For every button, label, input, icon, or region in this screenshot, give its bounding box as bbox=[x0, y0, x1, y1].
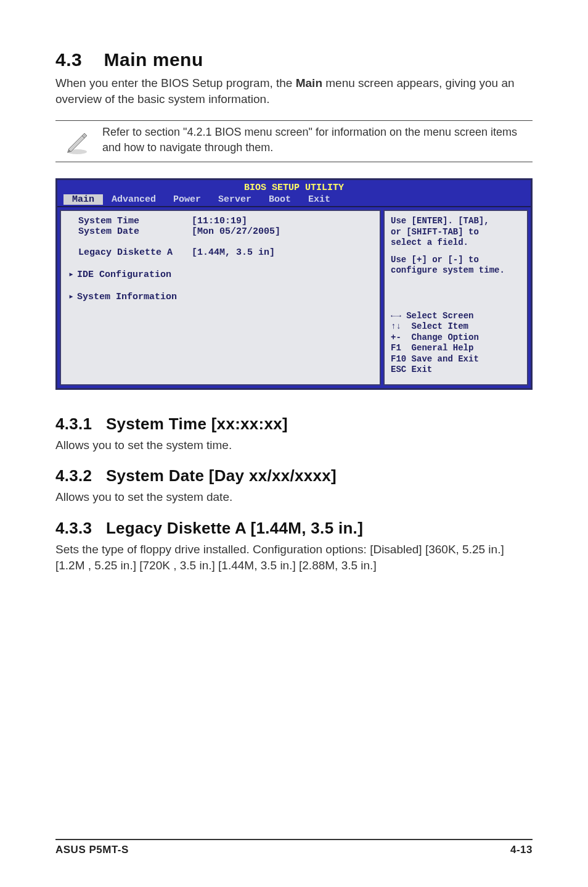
bios-value: [Mon 05/27/2005] bbox=[192, 226, 295, 237]
page-heading: 4.3 Main menu bbox=[55, 49, 533, 70]
bios-row-legacy-diskette[interactable]: Legacy Diskette A[1.44M, 3.5 in] bbox=[70, 247, 295, 258]
bios-label: System Date bbox=[70, 226, 192, 237]
pencil-icon bbox=[55, 125, 99, 155]
bios-tab-main[interactable]: Main bbox=[63, 194, 103, 205]
section-heading-4-3-1: 4.3.1 System Time [xx:xx:xx] bbox=[55, 415, 533, 434]
heading-number: 4.3 bbox=[55, 49, 82, 70]
section-heading-4-3-2: 4.3.2 System Date [Day xx/xx/xxxx] bbox=[55, 466, 533, 485]
bios-key-hints: Select Screen Select Item +- Change Opti… bbox=[391, 311, 521, 376]
bios-row-blank bbox=[70, 258, 295, 268]
lead-bold: Main bbox=[296, 76, 322, 89]
bios-tab-exit[interactable]: Exit bbox=[300, 194, 339, 205]
bios-help-panel: Use [ENTER]. [TAB], or [SHIFT-TAB] to se… bbox=[383, 210, 528, 386]
bios-help-line: Use [+] or [-] to bbox=[391, 255, 521, 266]
bios-row-blank bbox=[70, 237, 295, 247]
bios-tab-server[interactable]: Server bbox=[210, 194, 260, 205]
bios-screenshot: BIOS SETUP UTILITY Main Advanced Power S… bbox=[55, 178, 533, 390]
bios-label: System Information bbox=[70, 291, 192, 302]
lead-paragraph: When you enter the BIOS Setup program, t… bbox=[55, 75, 533, 107]
section-body-4-3-1: Allows you to set the system time. bbox=[55, 437, 533, 453]
bios-help-line: select a field. bbox=[391, 237, 521, 249]
bios-tab-advanced[interactable]: Advanced bbox=[103, 194, 165, 205]
bios-key-line: F1 General Help bbox=[391, 343, 521, 354]
note-block: Refer to section "4.2.1 BIOS menu screen… bbox=[55, 120, 533, 162]
bios-row-system-date[interactable]: System Date[Mon 05/27/2005] bbox=[70, 226, 295, 237]
section-title: System Date [Day xx/xx/xxxx] bbox=[106, 466, 337, 485]
section-number: 4.3.1 bbox=[55, 415, 92, 433]
section-body-4-3-2: Allows you to set the system date. bbox=[55, 489, 533, 505]
section-title: Legacy Diskette A [1.44M, 3.5 in.] bbox=[106, 519, 363, 537]
page-footer: ASUS P5MT-S 4-13 bbox=[55, 839, 533, 856]
bios-row-blank bbox=[70, 280, 295, 291]
bios-label: Legacy Diskette A bbox=[70, 247, 192, 258]
bios-key-line: Select Item bbox=[412, 321, 468, 331]
section-number: 4.3.2 bbox=[55, 466, 92, 485]
bios-row-ide-config[interactable]: IDE Configuration bbox=[70, 268, 295, 280]
footer-left: ASUS P5MT-S bbox=[55, 844, 129, 856]
footer-right: 4-13 bbox=[510, 844, 533, 856]
bios-label: System Time bbox=[70, 216, 192, 226]
bios-value: [1.44M, 3.5 in] bbox=[192, 247, 295, 258]
bios-value: [11:10:19] bbox=[192, 216, 295, 226]
section-number: 4.3.3 bbox=[55, 519, 92, 537]
bios-key-line: F10 Save and Exit bbox=[391, 354, 521, 365]
section-title: System Time [xx:xx:xx] bbox=[106, 415, 288, 433]
bios-tab-bar: Main Advanced Power Server Boot Exit bbox=[57, 193, 531, 206]
bios-help-line: Use [ENTER]. [TAB], bbox=[391, 216, 521, 227]
note-text: Refer to section "4.2.1 BIOS menu screen… bbox=[99, 125, 533, 155]
bios-label: IDE Configuration bbox=[70, 268, 192, 280]
bios-row-system-time[interactable]: System Time[11:10:19] bbox=[70, 216, 295, 226]
bios-tab-power[interactable]: Power bbox=[165, 194, 210, 205]
bios-main-panel: System Time[11:10:19] System Date[Mon 05… bbox=[60, 210, 381, 386]
section-body-4-3-3: Sets the type of floppy drive installed.… bbox=[55, 542, 533, 573]
lead-pre: When you enter the BIOS Setup program, t… bbox=[55, 76, 296, 89]
bios-tab-boot[interactable]: Boot bbox=[260, 194, 300, 205]
bios-key-line: ESC Exit bbox=[391, 365, 521, 376]
bios-row-system-info[interactable]: System Information bbox=[70, 291, 295, 302]
bios-key-line: +- Change Option bbox=[391, 332, 521, 344]
bios-title: BIOS SETUP UTILITY bbox=[57, 180, 531, 193]
bios-help-line: configure system time. bbox=[391, 265, 521, 276]
heading-title: Main menu bbox=[104, 49, 203, 70]
bios-key-line: Select Screen bbox=[406, 311, 473, 321]
section-heading-4-3-3: 4.3.3 Legacy Diskette A [1.44M, 3.5 in.] bbox=[55, 519, 533, 538]
bios-help-line: or [SHIFT-TAB] to bbox=[391, 227, 521, 238]
